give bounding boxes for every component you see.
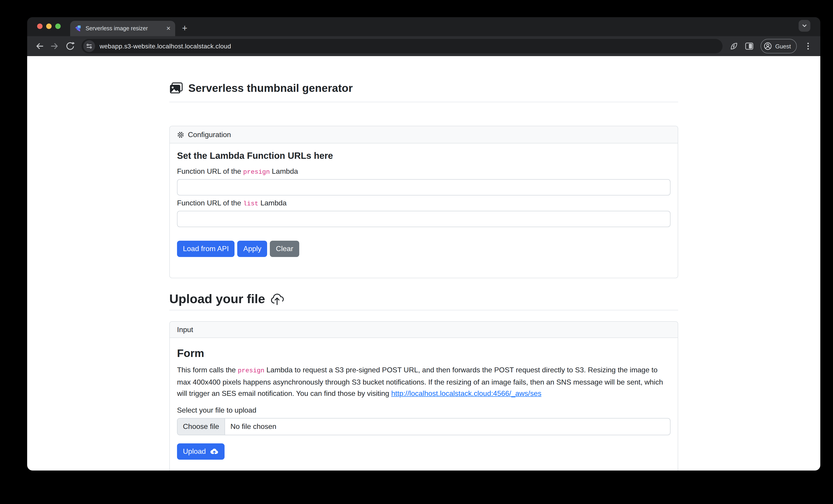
screen: Serverless image resizer ✕ + [0, 0, 833, 504]
page-header: Serverless thumbnail generator [169, 82, 678, 95]
label-text: Function URL of the [177, 199, 243, 207]
input-card: Input Form This form calls the presign L… [169, 321, 678, 471]
label-text: Function URL of the [177, 168, 243, 175]
divider [169, 102, 678, 102]
gear-icon [177, 131, 184, 138]
tab-title: Serverless image resizer [86, 25, 163, 32]
config-buttons: Load from API Apply Clear [177, 241, 670, 257]
tab-close-button[interactable]: ✕ [166, 26, 171, 31]
tab-strip: Serverless image resizer ✕ + [27, 17, 820, 36]
browser-toolbar: webapp.s3-website.localhost.localstack.c… [27, 36, 820, 56]
reload-icon [65, 41, 75, 51]
file-status-text: No file chosen [225, 419, 282, 435]
presign-url-label: Function URL of the presign Lambda [177, 168, 670, 176]
macos-minimize-button[interactable] [46, 24, 52, 29]
macos-zoom-button[interactable] [55, 24, 61, 29]
chevron-down-icon [802, 23, 807, 28]
macos-close-button[interactable] [37, 24, 43, 29]
presign-code: presign [238, 367, 265, 374]
upload-button-label: Upload [183, 448, 206, 456]
profile-button[interactable]: Guest [761, 39, 797, 53]
forward-button[interactable] [47, 39, 63, 54]
presign-code: presign [243, 168, 270, 176]
reload-button[interactable] [63, 39, 78, 54]
load-from-api-button[interactable]: Load from API [177, 241, 235, 257]
config-heading: Set the Lambda Function URLs here [177, 151, 670, 161]
side-panel-button[interactable] [742, 39, 757, 54]
browser-tab[interactable]: Serverless image resizer ✕ [70, 21, 175, 36]
three-dots-icon [807, 43, 809, 50]
site-settings-button[interactable] [83, 40, 95, 52]
page-content: Serverless thumbnail generator Configura… [27, 56, 820, 471]
ses-link[interactable]: http://localhost.localstack.cloud:4566/_… [391, 389, 542, 397]
list-code: list [243, 200, 258, 207]
tune-icon [86, 43, 92, 49]
list-url-input[interactable] [177, 211, 670, 227]
clear-button[interactable]: Clear [270, 241, 299, 257]
back-button[interactable] [32, 39, 47, 54]
upload-button[interactable]: Upload [177, 444, 224, 460]
cloud-upload-fill-icon [209, 448, 218, 455]
file-input[interactable]: Choose file No file chosen [177, 418, 670, 435]
energy-saver-leaf-icon [730, 42, 739, 51]
apply-button[interactable]: Apply [237, 241, 267, 257]
browser-menu-button[interactable] [801, 39, 816, 54]
url-text[interactable]: webapp.s3-website.localhost.localstack.c… [100, 43, 231, 50]
new-tab-button[interactable]: + [178, 22, 191, 34]
input-card-title: Input [177, 326, 193, 334]
back-arrow-icon [34, 41, 44, 51]
file-select-label: Select your file to upload [177, 406, 670, 414]
tab-search-button[interactable] [799, 20, 810, 32]
performance-button[interactable] [727, 39, 742, 54]
label-text: Lambda [270, 168, 298, 175]
profile-label: Guest [775, 43, 791, 50]
address-bar[interactable]: webapp.s3-website.localhost.localstack.c… [81, 39, 723, 53]
cloud-upload-icon [269, 293, 284, 305]
form-description: This form calls the presign Lambda to re… [177, 364, 670, 399]
upload-section-title: Upload your file [169, 292, 265, 306]
description-text: This form calls the [177, 366, 238, 374]
person-circle-icon [764, 42, 772, 50]
upload-section-heading: Upload your file [169, 292, 678, 306]
label-text: Lambda [259, 199, 287, 207]
list-url-label: Function URL of the list Lambda [177, 199, 670, 207]
choose-file-button[interactable]: Choose file [177, 419, 225, 435]
input-card-header: Input [170, 322, 678, 338]
window-controls [37, 24, 61, 29]
configuration-card-title: Configuration [188, 130, 231, 139]
forward-arrow-icon [50, 41, 60, 51]
side-panel-icon [745, 43, 754, 50]
configuration-card: Configuration Set the Lambda Function UR… [169, 126, 678, 278]
presign-url-input[interactable] [177, 179, 670, 196]
configuration-card-header: Configuration [170, 126, 678, 144]
browser-window: Serverless image resizer ✕ + [27, 17, 820, 471]
divider [169, 310, 678, 310]
form-heading: Form [177, 347, 670, 360]
page-title: Serverless thumbnail generator [188, 82, 353, 95]
images-icon [169, 82, 183, 94]
site-favicon-icon [75, 25, 82, 32]
